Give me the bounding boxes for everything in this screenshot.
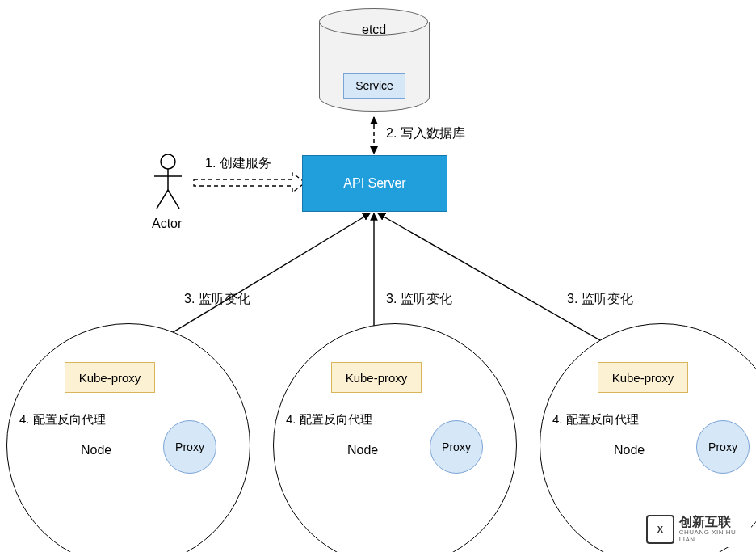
svg-point-0 (161, 154, 175, 169)
proxy-circle-2: Proxy (430, 420, 483, 474)
api-server-label: API Server (343, 176, 405, 191)
watermark-logo-icon: X (646, 515, 674, 544)
etcd-service-box: Service (343, 73, 405, 99)
service-label: Service (355, 79, 393, 92)
watermark-cn: 创新互联 (679, 516, 751, 529)
svg-line-4 (168, 190, 179, 209)
step-1-label: 1. 创建服务 (205, 155, 271, 172)
step-2-label: 2. 写入数据库 (386, 125, 465, 142)
step-3-label-1: 3. 监听变化 (184, 291, 250, 308)
svg-line-3 (157, 190, 168, 209)
api-server-box: API Server (302, 155, 447, 212)
proxy-label-2: Proxy (442, 440, 471, 453)
kube-proxy-box-1: Kube-proxy (65, 362, 155, 393)
actor-label: Actor (152, 217, 182, 231)
step-3-label-3: 3. 监听变化 (567, 291, 633, 308)
diagram-stage: etcd Service 2. 写入数据库 API Server Actor 1… (0, 0, 756, 552)
node-label-1: Node (81, 443, 111, 457)
proxy-label-3: Proxy (708, 440, 737, 453)
proxy-label-1: Proxy (175, 440, 204, 453)
proxy-circle-3: Proxy (696, 420, 750, 474)
step-3-label-2: 3. 监听变化 (386, 291, 452, 308)
kube-proxy-box-2: Kube-proxy (331, 362, 422, 393)
watermark-en: CHUANG XIN HU LIAN (679, 529, 751, 543)
kube-proxy-label-2: Kube-proxy (346, 371, 408, 385)
step-4-label-3: 4. 配置反向代理 (552, 412, 639, 428)
proxy-circle-1: Proxy (163, 420, 216, 474)
arrow-actor-api (194, 173, 305, 192)
node-label-3: Node (614, 443, 645, 457)
actor-icon (152, 154, 184, 210)
node-label-2: Node (347, 443, 378, 457)
step-4-label-1: 4. 配置反向代理 (19, 412, 106, 428)
kube-proxy-label-3: Kube-proxy (612, 371, 674, 385)
kube-proxy-box-3: Kube-proxy (598, 362, 688, 393)
etcd-label: etcd (362, 23, 386, 37)
kube-proxy-label-1: Kube-proxy (79, 371, 141, 385)
step-4-label-2: 4. 配置反向代理 (286, 412, 372, 428)
watermark: X 创新互联 CHUANG XIN HU LIAN (646, 512, 751, 547)
